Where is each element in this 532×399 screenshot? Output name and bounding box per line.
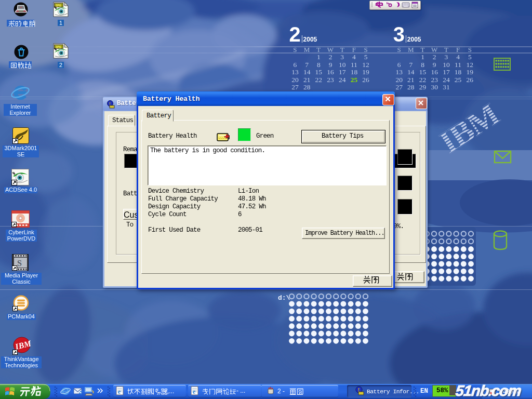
svg-text:S: S: [17, 259, 22, 268]
svg-text:e: e: [118, 388, 121, 395]
svg-text:e: e: [193, 388, 196, 395]
svg-text:JPG: JPG: [55, 46, 61, 49]
svg-text:JPG: JPG: [55, 4, 61, 8]
svg-text:d:\: d:\: [278, 294, 290, 302]
